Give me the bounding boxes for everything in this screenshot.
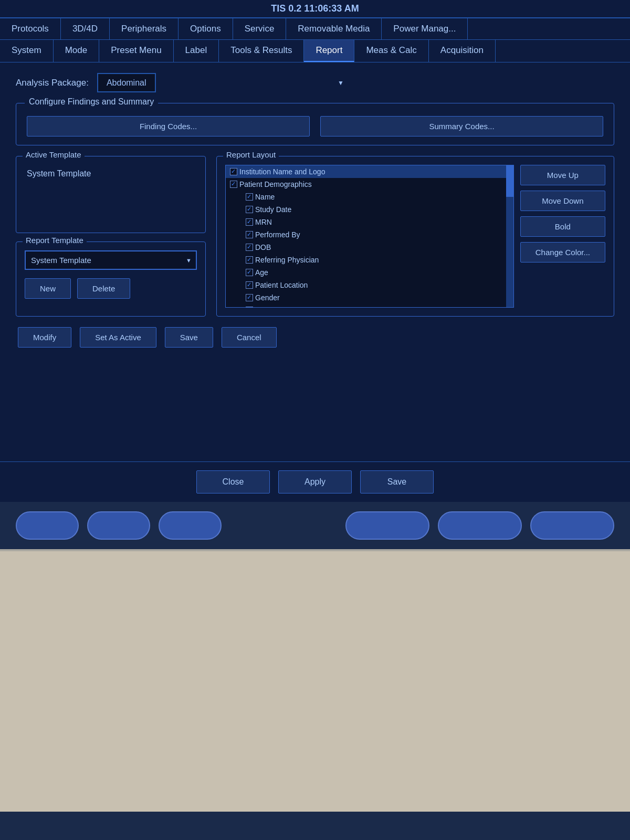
- list-item[interactable]: Institution Name and Logo: [226, 165, 513, 178]
- tab-power-manag[interactable]: Power Manag...: [382, 18, 468, 39]
- checkbox-mrn[interactable]: [246, 218, 253, 226]
- scrollbar-thumb: [506, 165, 513, 197]
- active-template-title: Active Template: [23, 150, 85, 159]
- bold-button[interactable]: Bold: [520, 216, 605, 237]
- checkbox-patient-location[interactable]: [246, 281, 253, 289]
- two-col-section: Active Template System Template Report T…: [16, 156, 614, 317]
- analysis-package-label: Analysis Package:: [16, 78, 89, 88]
- hw-button-6[interactable]: [530, 511, 614, 540]
- list-item-label: Patient Demographics: [239, 180, 312, 188]
- analysis-package-row: Analysis Package: Abdominal Cardiac OB V…: [16, 73, 614, 92]
- footer-area: Close Apply Save: [0, 461, 630, 502]
- list-item[interactable]: MRN: [226, 216, 513, 228]
- layout-list: Institution Name and Logo Patient Demogr…: [226, 165, 513, 307]
- analysis-package-select-wrapper: Abdominal Cardiac OB Vascular: [97, 73, 349, 92]
- configure-findings-panel: Configure Findings and Summary Finding C…: [16, 103, 614, 145]
- change-color-button[interactable]: Change Color...: [520, 242, 605, 262]
- summary-codes-button[interactable]: Summary Codes...: [320, 116, 603, 136]
- list-item-label: Age: [255, 268, 268, 277]
- template-buttons-row: New Delete: [25, 278, 197, 299]
- hw-button-5[interactable]: [438, 511, 522, 540]
- tab-peripherals[interactable]: Peripherals: [110, 18, 178, 39]
- nav-row-1: Protocols 3D/4D Peripherals Options Serv…: [0, 18, 630, 40]
- report-template-panel: Report Template System Template New Dele…: [16, 242, 206, 317]
- list-item-label: Patient History: [255, 306, 303, 307]
- tab-label[interactable]: Label: [174, 40, 219, 62]
- checkbox-dob[interactable]: [246, 244, 253, 251]
- tab-3d4d[interactable]: 3D/4D: [61, 18, 110, 39]
- finding-codes-button[interactable]: Finding Codes...: [27, 116, 310, 136]
- list-item[interactable]: Patient Location: [226, 279, 513, 291]
- tab-mode[interactable]: Mode: [54, 40, 100, 62]
- list-item-label: Gender: [255, 293, 280, 302]
- checkbox-name[interactable]: [246, 193, 253, 201]
- hw-button-4[interactable]: [345, 511, 429, 540]
- report-template-title: Report Template: [23, 236, 87, 245]
- findings-buttons-row: Finding Codes... Summary Codes...: [27, 112, 603, 136]
- nav-row-2: System Mode Preset Menu Label Tools & Re…: [0, 40, 630, 62]
- list-item[interactable]: Gender: [226, 291, 513, 304]
- hw-button-3[interactable]: [159, 511, 222, 540]
- list-item-label: DOB: [255, 243, 271, 251]
- list-item[interactable]: Referring Physician: [226, 254, 513, 266]
- list-item[interactable]: Performed By: [226, 228, 513, 241]
- bottom-actions-row: Modify Set As Active Save Cancel: [16, 327, 614, 348]
- delete-template-button[interactable]: Delete: [77, 278, 130, 299]
- move-up-button[interactable]: Move Up: [520, 165, 605, 185]
- report-template-select[interactable]: System Template: [25, 250, 197, 270]
- save-button[interactable]: Save: [360, 470, 434, 494]
- tab-service[interactable]: Service: [233, 18, 287, 39]
- hw-button-2[interactable]: [87, 511, 150, 540]
- layout-scrollbar[interactable]: [506, 165, 513, 307]
- tab-system[interactable]: System: [0, 40, 54, 62]
- list-item[interactable]: Patient History: [226, 304, 513, 307]
- status-bar: TIS 0.2 11:06:33 AM: [0, 0, 630, 18]
- list-item-label: Performed By: [255, 230, 300, 239]
- checkbox-institution[interactable]: [230, 168, 237, 175]
- list-item[interactable]: DOB: [226, 241, 513, 254]
- cancel-template-button[interactable]: Cancel: [222, 327, 277, 348]
- checkbox-study-date[interactable]: [246, 206, 253, 213]
- tab-meas-calc[interactable]: Meas & Calc: [354, 40, 428, 62]
- layout-action-buttons: Move Up Move Down Bold Change Color...: [520, 165, 605, 308]
- main-area: Analysis Package: Abdominal Cardiac OB V…: [0, 62, 630, 461]
- list-item-label: Institution Name and Logo: [239, 167, 325, 176]
- list-item[interactable]: Patient Demographics: [226, 178, 513, 191]
- tab-report[interactable]: Report: [304, 40, 354, 62]
- report-template-select-wrapper: System Template: [25, 250, 197, 270]
- tab-protocols[interactable]: Protocols: [0, 18, 61, 39]
- report-layout-panel: Report Layout Institution Name and Logo …: [216, 156, 614, 317]
- checkbox-age[interactable]: [246, 269, 253, 276]
- apply-button[interactable]: Apply: [278, 470, 352, 494]
- tab-removable-media[interactable]: Removable Media: [286, 18, 382, 39]
- analysis-package-select[interactable]: Abdominal Cardiac OB Vascular: [97, 73, 156, 92]
- list-item[interactable]: Study Date: [226, 203, 513, 216]
- checkbox-gender[interactable]: [246, 294, 253, 301]
- layout-list-wrapper: Institution Name and Logo Patient Demogr…: [225, 165, 514, 308]
- list-item[interactable]: Age: [226, 266, 513, 279]
- list-item-label: Name: [255, 193, 275, 201]
- hardware-row: [0, 502, 630, 549]
- new-template-button[interactable]: New: [25, 278, 71, 299]
- tab-tools-results[interactable]: Tools & Results: [219, 40, 304, 62]
- checkbox-patient-history[interactable]: [246, 307, 253, 307]
- tab-preset-menu[interactable]: Preset Menu: [99, 40, 173, 62]
- list-item-label: Referring Physician: [255, 256, 319, 264]
- checkbox-performed-by[interactable]: [246, 231, 253, 238]
- move-down-button[interactable]: Move Down: [520, 191, 605, 211]
- save-template-button[interactable]: Save: [165, 327, 213, 348]
- list-item-label: Study Date: [255, 205, 291, 214]
- tab-acquisition[interactable]: Acquisition: [429, 40, 496, 62]
- list-item-label: MRN: [255, 218, 272, 226]
- modify-button[interactable]: Modify: [18, 327, 71, 348]
- hw-button-1[interactable]: [16, 511, 79, 540]
- layout-inner: Institution Name and Logo Patient Demogr…: [225, 165, 605, 308]
- list-item[interactable]: Name: [226, 191, 513, 203]
- close-button[interactable]: Close: [196, 470, 270, 494]
- set-as-active-button[interactable]: Set As Active: [80, 327, 156, 348]
- tab-options[interactable]: Options: [178, 18, 233, 39]
- list-item-label: Patient Location: [255, 281, 308, 289]
- checkbox-referring[interactable]: [246, 256, 253, 264]
- status-text: TIS 0.2 11:06:33 AM: [271, 3, 359, 14]
- checkbox-patient-demo[interactable]: [230, 181, 237, 188]
